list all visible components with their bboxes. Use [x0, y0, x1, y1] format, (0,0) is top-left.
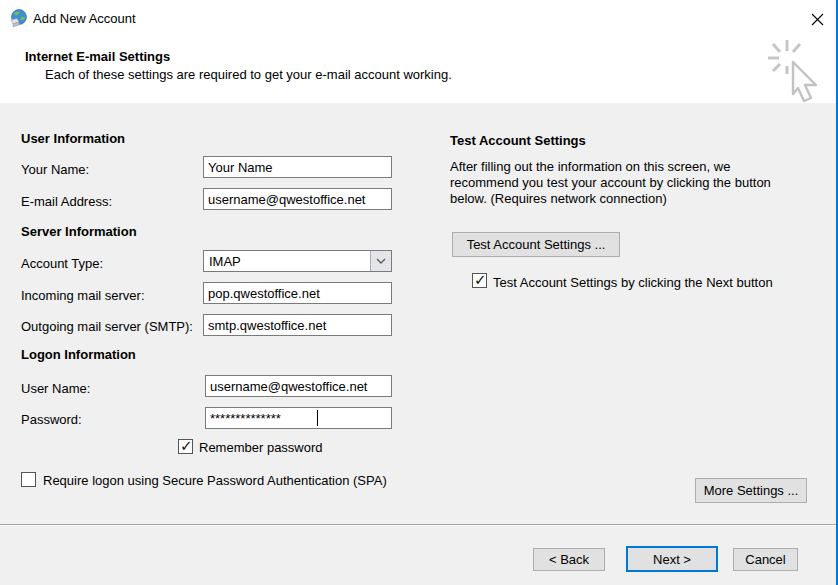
outgoing-server-label: Outgoing mail server (SMTP):	[21, 319, 193, 334]
page-subtitle: Each of these settings are required to g…	[45, 67, 452, 82]
your-name-input[interactable]	[203, 156, 392, 178]
cursor-sparkle-icon	[760, 38, 828, 104]
add-new-account-dialog: Add New Account Internet E-mail Settings…	[0, 0, 838, 585]
password-input[interactable]	[205, 407, 392, 429]
close-icon[interactable]	[804, 6, 830, 32]
dialog-body: User Information Your Name: E-mail Addre…	[0, 103, 836, 585]
test-description-line1: After filling out the information on thi…	[450, 159, 730, 174]
next-button[interactable]: Next >	[626, 546, 718, 572]
outgoing-server-input[interactable]	[203, 314, 392, 336]
back-button[interactable]: < Back	[533, 548, 605, 571]
cancel-button[interactable]: Cancel	[733, 548, 798, 571]
test-next-checkbox[interactable]	[472, 273, 487, 288]
test-description-line2: recommend you test your account by click…	[450, 175, 771, 190]
remember-password-checkbox[interactable]	[178, 439, 193, 454]
your-name-label: Your Name:	[21, 162, 89, 177]
spa-checkbox[interactable]	[21, 472, 36, 487]
window-title: Add New Account	[33, 11, 136, 26]
section-test-account-settings: Test Account Settings	[450, 133, 586, 148]
email-address-label: E-mail Address:	[21, 194, 112, 209]
remember-password-label[interactable]: Remember password	[199, 440, 323, 455]
more-settings-button[interactable]: More Settings ...	[695, 478, 807, 503]
password-label: Password:	[21, 412, 82, 427]
incoming-server-input[interactable]	[203, 282, 392, 304]
text-caret	[317, 410, 318, 426]
section-server-information: Server Information	[21, 224, 137, 239]
section-user-information: User Information	[21, 131, 125, 146]
wizard-header: Internet E-mail Settings Each of these s…	[0, 36, 836, 103]
account-type-select[interactable]: IMAP	[203, 250, 392, 272]
section-logon-information: Logon Information	[21, 347, 136, 362]
spa-label[interactable]: Require logon using Secure Password Auth…	[43, 473, 387, 488]
test-next-label[interactable]: Test Account Settings by clicking the Ne…	[493, 275, 773, 290]
account-type-value: IMAP	[209, 254, 241, 269]
user-name-label: User Name:	[21, 381, 90, 396]
footer-separator	[0, 524, 836, 526]
title-bar: Add New Account	[0, 0, 836, 36]
account-type-label: Account Type:	[21, 256, 103, 271]
page-title: Internet E-mail Settings	[25, 49, 170, 64]
incoming-server-label: Incoming mail server:	[21, 288, 145, 303]
test-account-settings-button[interactable]: Test Account Settings ...	[452, 232, 620, 257]
user-name-input[interactable]	[205, 375, 392, 397]
chevron-down-icon[interactable]	[370, 251, 391, 271]
outlook-account-globe-icon	[8, 8, 28, 28]
test-description-line3: below. (Requires network connection)	[450, 191, 667, 206]
email-address-input[interactable]	[203, 188, 392, 210]
